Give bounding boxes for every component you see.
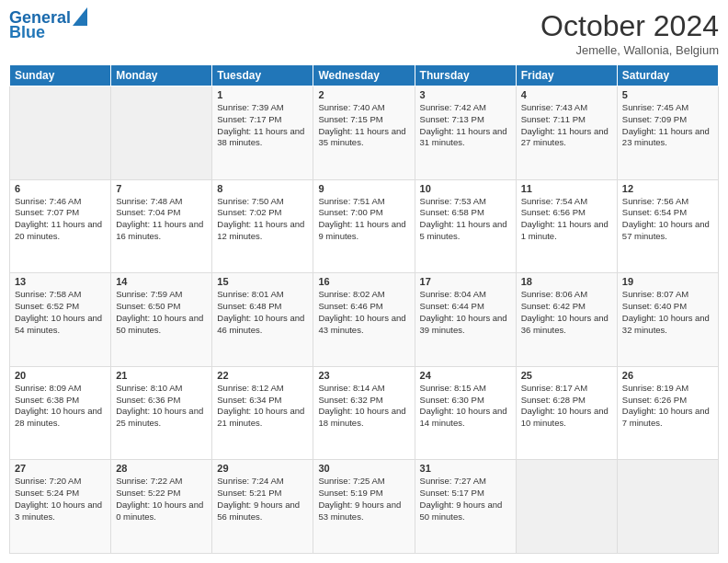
day-info: Sunrise: 7:54 AM Sunset: 6:56 PM Dayligh… <box>521 196 612 243</box>
calendar-week-4: 20Sunrise: 8:09 AM Sunset: 6:38 PM Dayli… <box>10 366 719 460</box>
location: Jemelle, Wallonia, Belgium <box>540 43 719 57</box>
weekday-wednesday: Wednesday <box>313 65 415 86</box>
calendar-cell: 18Sunrise: 8:06 AM Sunset: 6:42 PM Dayli… <box>516 273 617 367</box>
day-info: Sunrise: 7:59 AM Sunset: 6:50 PM Dayligh… <box>116 289 207 336</box>
logo-icon <box>73 7 87 26</box>
day-number: 15 <box>217 276 308 287</box>
day-info: Sunrise: 7:51 AM Sunset: 7:00 PM Dayligh… <box>318 196 409 243</box>
calendar-week-1: 1Sunrise: 7:39 AM Sunset: 7:17 PM Daylig… <box>10 86 719 180</box>
calendar-cell: 23Sunrise: 8:14 AM Sunset: 6:32 PM Dayli… <box>313 366 415 460</box>
day-number: 25 <box>521 370 612 381</box>
calendar-cell: 2Sunrise: 7:40 AM Sunset: 7:15 PM Daylig… <box>313 86 415 180</box>
calendar-cell: 20Sunrise: 8:09 AM Sunset: 6:38 PM Dayli… <box>10 366 111 460</box>
day-info: Sunrise: 7:50 AM Sunset: 7:02 PM Dayligh… <box>217 196 308 243</box>
day-number: 17 <box>420 276 511 287</box>
title-section: October 2024 Jemelle, Wallonia, Belgium <box>540 9 719 57</box>
day-number: 11 <box>521 183 612 194</box>
calendar-cell: 3Sunrise: 7:42 AM Sunset: 7:13 PM Daylig… <box>415 86 516 180</box>
calendar-week-3: 13Sunrise: 7:58 AM Sunset: 6:52 PM Dayli… <box>10 273 719 367</box>
calendar-cell: 7Sunrise: 7:48 AM Sunset: 7:04 PM Daylig… <box>111 179 212 273</box>
day-number: 6 <box>15 183 106 194</box>
weekday-friday: Friday <box>516 65 617 86</box>
day-info: Sunrise: 7:48 AM Sunset: 7:04 PM Dayligh… <box>116 196 207 243</box>
calendar-cell: 8Sunrise: 7:50 AM Sunset: 7:02 PM Daylig… <box>212 179 313 273</box>
calendar-cell: 29Sunrise: 7:24 AM Sunset: 5:21 PM Dayli… <box>212 460 313 554</box>
day-info: Sunrise: 8:19 AM Sunset: 6:26 PM Dayligh… <box>622 383 713 430</box>
calendar-cell: 19Sunrise: 8:07 AM Sunset: 6:40 PM Dayli… <box>617 273 718 367</box>
calendar-cell: 25Sunrise: 8:17 AM Sunset: 6:28 PM Dayli… <box>516 366 617 460</box>
calendar-cell: 26Sunrise: 8:19 AM Sunset: 6:26 PM Dayli… <box>617 366 718 460</box>
day-info: Sunrise: 8:14 AM Sunset: 6:32 PM Dayligh… <box>318 383 409 430</box>
calendar-cell: 21Sunrise: 8:10 AM Sunset: 6:36 PM Dayli… <box>111 366 212 460</box>
day-info: Sunrise: 7:27 AM Sunset: 5:17 PM Dayligh… <box>420 476 511 523</box>
day-number: 24 <box>420 370 511 381</box>
day-info: Sunrise: 8:10 AM Sunset: 6:36 PM Dayligh… <box>116 383 207 430</box>
calendar-cell: 27Sunrise: 7:20 AM Sunset: 5:24 PM Dayli… <box>10 460 111 554</box>
day-number: 27 <box>15 463 106 474</box>
weekday-thursday: Thursday <box>415 65 516 86</box>
logo-blue-text: Blue <box>9 24 45 42</box>
calendar-cell: 12Sunrise: 7:56 AM Sunset: 6:54 PM Dayli… <box>617 179 718 273</box>
calendar-cell: 13Sunrise: 7:58 AM Sunset: 6:52 PM Dayli… <box>10 273 111 367</box>
day-number: 10 <box>420 183 511 194</box>
day-info: Sunrise: 8:17 AM Sunset: 6:28 PM Dayligh… <box>521 383 612 430</box>
day-number: 23 <box>318 370 409 381</box>
calendar-cell: 10Sunrise: 7:53 AM Sunset: 6:58 PM Dayli… <box>415 179 516 273</box>
day-info: Sunrise: 8:02 AM Sunset: 6:46 PM Dayligh… <box>318 289 409 336</box>
day-number: 31 <box>420 463 511 474</box>
calendar-table: SundayMondayTuesdayWednesdayThursdayFrid… <box>9 64 719 554</box>
header: General Blue October 2024 Jemelle, Wallo… <box>9 9 719 57</box>
day-number: 14 <box>116 276 207 287</box>
day-number: 3 <box>420 89 511 100</box>
calendar-cell: 5Sunrise: 7:45 AM Sunset: 7:09 PM Daylig… <box>617 86 718 180</box>
day-info: Sunrise: 7:40 AM Sunset: 7:15 PM Dayligh… <box>318 102 409 149</box>
calendar-cell: 28Sunrise: 7:22 AM Sunset: 5:22 PM Dayli… <box>111 460 212 554</box>
day-info: Sunrise: 8:04 AM Sunset: 6:44 PM Dayligh… <box>420 289 511 336</box>
weekday-saturday: Saturday <box>617 65 718 86</box>
calendar-cell: 15Sunrise: 8:01 AM Sunset: 6:48 PM Dayli… <box>212 273 313 367</box>
day-info: Sunrise: 7:39 AM Sunset: 7:17 PM Dayligh… <box>217 102 308 149</box>
day-info: Sunrise: 7:25 AM Sunset: 5:19 PM Dayligh… <box>318 476 409 523</box>
day-info: Sunrise: 7:20 AM Sunset: 5:24 PM Dayligh… <box>15 476 106 523</box>
calendar-cell: 22Sunrise: 8:12 AM Sunset: 6:34 PM Dayli… <box>212 366 313 460</box>
day-info: Sunrise: 8:01 AM Sunset: 6:48 PM Dayligh… <box>217 289 308 336</box>
day-info: Sunrise: 7:42 AM Sunset: 7:13 PM Dayligh… <box>420 102 511 149</box>
day-info: Sunrise: 8:07 AM Sunset: 6:40 PM Dayligh… <box>622 289 713 336</box>
weekday-monday: Monday <box>111 65 212 86</box>
calendar-cell <box>111 86 212 180</box>
day-number: 21 <box>116 370 207 381</box>
calendar-cell: 16Sunrise: 8:02 AM Sunset: 6:46 PM Dayli… <box>313 273 415 367</box>
calendar-cell: 17Sunrise: 8:04 AM Sunset: 6:44 PM Dayli… <box>415 273 516 367</box>
calendar-week-5: 27Sunrise: 7:20 AM Sunset: 5:24 PM Dayli… <box>10 460 719 554</box>
calendar-cell: 11Sunrise: 7:54 AM Sunset: 6:56 PM Dayli… <box>516 179 617 273</box>
weekday-sunday: Sunday <box>10 65 111 86</box>
day-number: 13 <box>15 276 106 287</box>
calendar-body: 1Sunrise: 7:39 AM Sunset: 7:17 PM Daylig… <box>10 86 719 554</box>
logo: General Blue <box>9 9 87 42</box>
day-number: 2 <box>318 89 409 100</box>
day-number: 18 <box>521 276 612 287</box>
calendar-page: General Blue October 2024 Jemelle, Wallo… <box>0 0 728 563</box>
calendar-cell <box>516 460 617 554</box>
day-info: Sunrise: 8:06 AM Sunset: 6:42 PM Dayligh… <box>521 289 612 336</box>
day-number: 8 <box>217 183 308 194</box>
calendar-cell <box>617 460 718 554</box>
calendar-cell: 31Sunrise: 7:27 AM Sunset: 5:17 PM Dayli… <box>415 460 516 554</box>
day-info: Sunrise: 7:24 AM Sunset: 5:21 PM Dayligh… <box>217 476 308 523</box>
calendar-cell: 14Sunrise: 7:59 AM Sunset: 6:50 PM Dayli… <box>111 273 212 367</box>
calendar-cell: 24Sunrise: 8:15 AM Sunset: 6:30 PM Dayli… <box>415 366 516 460</box>
day-number: 22 <box>217 370 308 381</box>
day-number: 4 <box>521 89 612 100</box>
day-info: Sunrise: 8:15 AM Sunset: 6:30 PM Dayligh… <box>420 383 511 430</box>
day-number: 19 <box>622 276 713 287</box>
day-number: 5 <box>622 89 713 100</box>
day-number: 20 <box>15 370 106 381</box>
weekday-tuesday: Tuesday <box>212 65 313 86</box>
day-number: 7 <box>116 183 207 194</box>
calendar-cell: 30Sunrise: 7:25 AM Sunset: 5:19 PM Dayli… <box>313 460 415 554</box>
calendar-cell: 4Sunrise: 7:43 AM Sunset: 7:11 PM Daylig… <box>516 86 617 180</box>
day-number: 12 <box>622 183 713 194</box>
day-info: Sunrise: 7:22 AM Sunset: 5:22 PM Dayligh… <box>116 476 207 523</box>
day-number: 9 <box>318 183 409 194</box>
calendar-week-2: 6Sunrise: 7:46 AM Sunset: 7:07 PM Daylig… <box>10 179 719 273</box>
